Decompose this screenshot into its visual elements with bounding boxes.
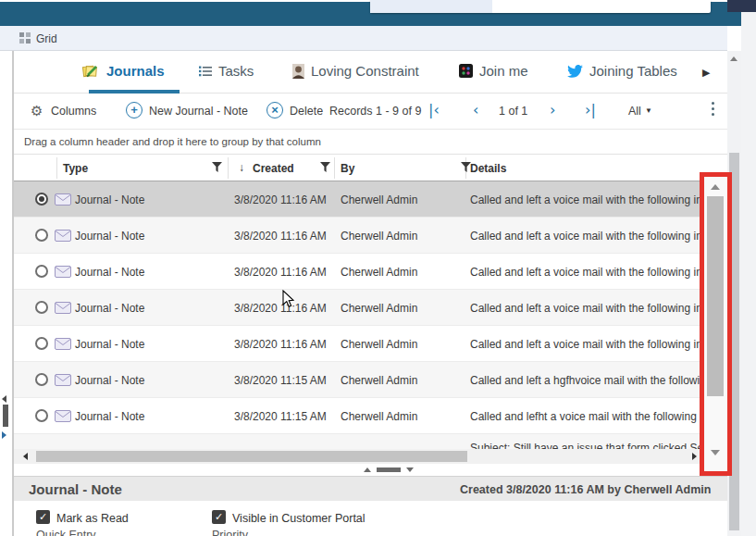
tab-tasks[interactable]: Tasks — [198, 63, 254, 79]
visible-in-portal-checkbox[interactable]: ✓ — [212, 510, 226, 524]
cell-created: 3/8/2020 11:15 AM — [234, 410, 327, 423]
row-radio-selected[interactable] — [35, 193, 48, 206]
columns-button[interactable]: Columns — [51, 105, 96, 118]
cell-created: 3/8/2020 11:15 AM — [234, 374, 327, 387]
cell-type: Journal - Note — [75, 230, 144, 243]
page-scrollbar-thumb[interactable] — [729, 153, 739, 530]
row-radio[interactable] — [35, 301, 48, 314]
scroll-up-icon[interactable] — [730, 56, 737, 61]
column-header-type[interactable]: Type — [63, 162, 88, 175]
row-radio[interactable] — [35, 337, 48, 350]
page-indicator: 1 of 1 — [499, 105, 527, 118]
cell-by: Cherwell Admin — [341, 230, 417, 243]
cell-type: Journal - Note — [75, 410, 144, 423]
h-scrollbar-thumb[interactable] — [36, 451, 467, 462]
table-row[interactable]: Journal - Note 3/8/2020 11:16 AM Cherwel… — [14, 181, 703, 218]
row-radio[interactable] — [35, 229, 48, 242]
more-options-kebab-icon[interactable] — [712, 102, 714, 118]
splitter-drag-handle[interactable] — [377, 467, 401, 472]
grid-icon — [19, 32, 31, 44]
search-dropdown-segment[interactable] — [370, 0, 492, 13]
envelope-icon — [55, 410, 71, 422]
grid-horizontal-scrollbar[interactable] — [14, 449, 704, 464]
delete-x-icon[interactable]: × — [266, 102, 283, 118]
record-title: Journal - Note — [29, 481, 122, 497]
collapse-up-icon[interactable] — [364, 467, 371, 472]
record-section-header: Journal - Note Created 3/8/2020 11:16 AM… — [14, 476, 727, 501]
journal-icon — [82, 63, 100, 79]
expand-right-icon[interactable] — [2, 431, 6, 439]
cell-type: Journal - Note — [75, 193, 144, 206]
column-header-by[interactable]: By — [341, 162, 354, 175]
new-journal-note-button[interactable]: New Journal - Note — [149, 105, 248, 118]
filter-icon[interactable] — [212, 162, 222, 173]
first-page-button[interactable]: |‹ — [428, 102, 440, 118]
scroll-up-icon[interactable] — [711, 184, 720, 190]
pane-splitter[interactable] — [14, 464, 727, 476]
cell-details: Called and left a hgfhvoice mail with th… — [470, 374, 701, 387]
cell-details: Called and left a voice mail with the fo… — [470, 230, 701, 243]
table-row[interactable]: Journal - Note 3/8/2020 11:16 AM Cherwel… — [14, 326, 703, 362]
tab-loving-constraint[interactable]: Loving Constraint — [292, 63, 419, 79]
cell-type: Journal - Note — [75, 374, 144, 387]
task-list-icon — [198, 65, 212, 78]
envelope-icon — [55, 266, 71, 278]
last-page-button[interactable]: ›| — [585, 102, 596, 118]
cell-by: Cherwell Admin — [341, 302, 417, 315]
table-row[interactable]: Journal - Note 3/8/2020 11:16 AM Cherwel… — [14, 254, 703, 290]
cell-created: 3/8/2020 11:16 AM — [234, 266, 327, 279]
prev-page-button[interactable]: ‹ — [473, 102, 478, 118]
cell-details: Subject: Still have an issue that form c… — [470, 442, 701, 449]
field-label-quick-entry: Quick Entry — [36, 529, 96, 536]
table-row[interactable]: Journal - Note 3/8/2020 11:15 AM Cherwel… — [14, 398, 703, 434]
collapse-left-icon[interactable] — [2, 395, 6, 403]
grid-toolbar: ⚙ Columns + New Journal - Note × Delete … — [14, 93, 727, 130]
grid-vertical-scrollbar[interactable] — [704, 177, 727, 472]
table-row[interactable]: Journal - Note 3/8/2020 11:16 AM Cherwel… — [14, 290, 703, 326]
page-vertical-scrollbar[interactable] — [727, 51, 741, 536]
tab-join-me[interactable]: Join me — [459, 63, 528, 79]
cell-type: Journal - Note — [75, 302, 144, 315]
column-header-details[interactable]: Details — [470, 162, 506, 175]
cell-created: 3/8/2020 11:16 AM — [234, 193, 327, 206]
row-radio[interactable] — [35, 409, 48, 422]
filter-icon[interactable] — [320, 162, 330, 173]
envelope-icon — [55, 230, 71, 242]
collapse-down-icon[interactable] — [406, 467, 414, 472]
record-created-label: Created 3/8/2020 11:16 AM by Cherwell Ad… — [460, 483, 727, 496]
envelope-icon — [55, 193, 71, 206]
group-by-bar[interactable]: Drag a column header and drop it here to… — [14, 130, 727, 155]
table-row[interactable]: Journal - Note 3/8/2020 11:16 AM Cherwel… — [14, 218, 703, 254]
sort-descending-icon[interactable]: ↓ — [239, 161, 244, 174]
envelope-icon — [55, 374, 71, 386]
scroll-left-icon[interactable] — [23, 453, 28, 460]
left-splitter-handle[interactable] — [3, 405, 8, 427]
window-corner-block — [727, 0, 756, 12]
tab-overflow-arrow-icon[interactable]: ▶ — [702, 67, 710, 79]
gear-icon[interactable]: ⚙ — [31, 103, 43, 119]
column-header-created[interactable]: Created — [253, 162, 294, 175]
table-row[interactable]: Journal - Note 3/8/2020 11:15 AM Cherwel… — [14, 362, 703, 398]
search-input[interactable] — [370, 0, 711, 13]
next-page-button[interactable]: › — [550, 102, 555, 118]
scroll-right-icon[interactable] — [692, 453, 697, 460]
cell-created: 3/8/2020 11:16 AM — [234, 302, 327, 315]
tab-strip: Journals Tasks — [14, 51, 727, 93]
mark-as-read-checkbox[interactable]: ✓ — [36, 510, 50, 524]
row-radio[interactable] — [35, 265, 48, 278]
tab-joining-tables[interactable]: Joining Tables — [567, 63, 677, 79]
tab-journals[interactable]: Journals — [82, 63, 165, 79]
page-size-dropdown[interactable]: All▼ — [628, 105, 652, 118]
cell-details: Called and left a voice mail with the fo… — [470, 302, 701, 315]
plus-icon[interactable]: + — [126, 102, 143, 118]
table-row-partial[interactable]: Subject: Still have an issue that form c… — [14, 434, 703, 449]
envelope-icon — [55, 338, 71, 350]
person-photo-icon — [292, 64, 304, 79]
grid-scrollbar-thumb[interactable] — [707, 196, 724, 396]
cell-by: Cherwell Admin — [341, 338, 417, 351]
delete-button[interactable]: Delete — [290, 105, 323, 118]
scroll-down-icon[interactable] — [711, 450, 720, 455]
row-radio[interactable] — [35, 373, 48, 386]
group-by-hint: Drag a column header and drop it here to… — [24, 136, 321, 147]
cell-by: Cherwell Admin — [341, 410, 417, 423]
